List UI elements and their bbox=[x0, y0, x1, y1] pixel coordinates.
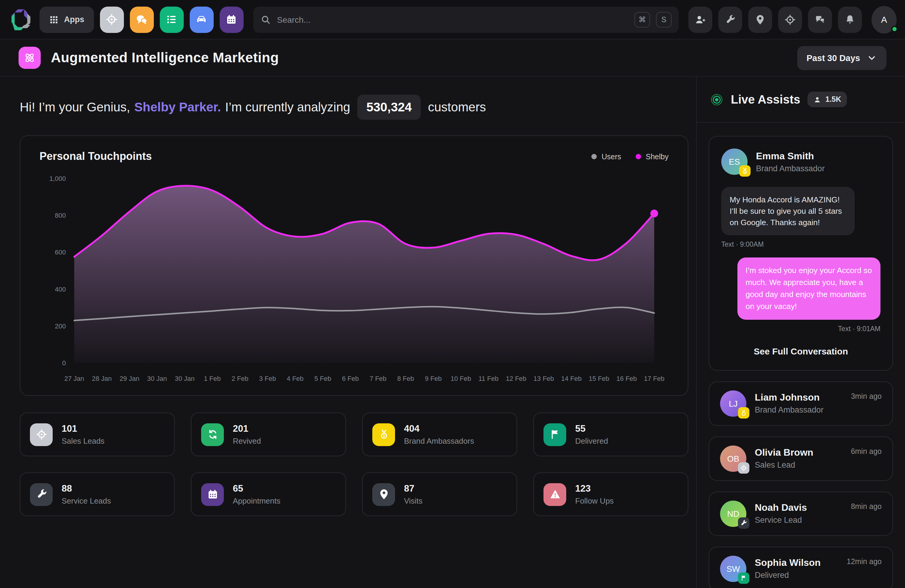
svg-text:29 Jan: 29 Jan bbox=[120, 375, 140, 382]
flag-icon bbox=[543, 423, 566, 446]
stat-label: Revived bbox=[233, 437, 261, 445]
svg-text:600: 600 bbox=[55, 248, 66, 256]
atom-icon bbox=[23, 51, 37, 65]
stat-card-follow-ups[interactable]: 123Follow Ups bbox=[533, 472, 688, 516]
avatar-initials: SW bbox=[726, 564, 740, 573]
svg-text:200: 200 bbox=[55, 323, 66, 330]
stat-label: Delivered bbox=[575, 437, 608, 445]
date-range-dropdown[interactable]: Past 30 Days bbox=[797, 46, 886, 70]
live-assists-title: Live Assists bbox=[731, 92, 800, 106]
chat-icon bbox=[814, 13, 826, 25]
chat-icon bbox=[136, 13, 148, 26]
svg-text:16 Feb: 16 Feb bbox=[616, 375, 637, 382]
conversation-person[interactable]: ES Emma Smith Brand Ambassador bbox=[721, 148, 880, 175]
locations-button[interactable] bbox=[748, 6, 772, 33]
nav-pill-vehicles[interactable] bbox=[190, 6, 214, 33]
svg-text:28 Jan: 28 Jan bbox=[92, 375, 112, 382]
contact-role: Brand Ambassador bbox=[755, 405, 824, 414]
incoming-message-meta: Text · 9:00AM bbox=[721, 241, 880, 248]
contact-role: Delivered bbox=[755, 571, 821, 580]
stat-label: Visits bbox=[404, 496, 422, 505]
target-icon bbox=[738, 462, 749, 474]
stat-value: 123 bbox=[575, 483, 614, 494]
list-icon bbox=[165, 13, 178, 26]
service-tools-button[interactable] bbox=[718, 6, 742, 33]
touchpoints-chart[interactable]: 02004006008001,00027 Jan28 Jan29 Jan30 J… bbox=[40, 165, 670, 388]
apps-button-label: Apps bbox=[64, 15, 84, 24]
chart-header: Personal Touchpoints Users Shelby bbox=[40, 150, 668, 163]
dashboard-root: Apps Search... ⌘ S bbox=[0, 0, 905, 588]
add-contact-button[interactable] bbox=[688, 6, 712, 33]
messages-button[interactable] bbox=[808, 6, 832, 33]
avatar-initials: OB bbox=[727, 454, 739, 463]
customer-count: 530,324 bbox=[357, 95, 421, 120]
outgoing-message-bubble: I’m stoked you enjoy your Accord so much… bbox=[737, 258, 880, 319]
stat-card-sales-leads[interactable]: 101Sales Leads bbox=[20, 413, 175, 456]
contact-card-sophia[interactable]: SW Sophia Wilson Delivered 12min ago bbox=[709, 547, 893, 588]
nav-pill-target[interactable] bbox=[100, 6, 124, 33]
live-indicator-icon bbox=[710, 92, 724, 106]
top-nav: Apps Search... ⌘ S bbox=[0, 0, 905, 40]
avatar: LJ bbox=[720, 390, 746, 416]
grid-icon bbox=[49, 15, 59, 24]
medal-icon bbox=[372, 423, 395, 446]
svg-text:400: 400 bbox=[55, 286, 66, 293]
search-input[interactable]: Search... ⌘ S bbox=[253, 6, 679, 33]
svg-text:9 Feb: 9 Feb bbox=[425, 375, 442, 382]
contact-card-olivia[interactable]: OB Olivia Brown Sales Lead 6min ago bbox=[709, 436, 893, 480]
stat-card-delivered[interactable]: 55Delivered bbox=[533, 413, 688, 456]
brand-logo[interactable] bbox=[8, 7, 33, 32]
contact-time: 8min ago bbox=[851, 500, 882, 510]
calendar-icon bbox=[225, 13, 238, 26]
assist-count-badge[interactable]: 1.5K bbox=[807, 92, 847, 107]
contact-name: Noah Davis bbox=[755, 502, 807, 513]
legend-dot-shelby bbox=[636, 154, 641, 159]
person-icon bbox=[813, 95, 821, 103]
contact-time: 6min ago bbox=[851, 445, 882, 455]
nav-pill-lists[interactable] bbox=[160, 6, 184, 33]
target-icon bbox=[784, 13, 796, 25]
location-pin-icon bbox=[372, 483, 395, 506]
incoming-message-bubble: My Honda Accord is AMAZING! I’ll be sure… bbox=[721, 187, 855, 236]
nav-pill-conversations[interactable] bbox=[130, 6, 154, 33]
location-pin-icon bbox=[754, 13, 766, 25]
chart-title: Personal Touchpoints bbox=[40, 150, 152, 163]
car-icon bbox=[195, 13, 208, 26]
apps-button[interactable]: Apps bbox=[40, 6, 94, 33]
stat-value: 201 bbox=[233, 423, 261, 434]
legend-label-shelby: Shelby bbox=[646, 153, 668, 161]
page-icon bbox=[19, 47, 41, 69]
stat-value: 404 bbox=[404, 423, 474, 434]
search-icon bbox=[260, 14, 271, 25]
legend-users[interactable]: Users bbox=[591, 153, 621, 161]
stat-card-visits[interactable]: 87Visits bbox=[362, 472, 517, 516]
live-assists-header: Live Assists 1.5K bbox=[697, 77, 905, 123]
stat-card-appointments[interactable]: 65Appointments bbox=[191, 472, 346, 516]
svg-text:10 Feb: 10 Feb bbox=[451, 375, 472, 382]
conversation-card: ES Emma Smith Brand Ambassador My Honda … bbox=[709, 136, 893, 370]
legend-shelby[interactable]: Shelby bbox=[636, 153, 668, 161]
stat-card-revived[interactable]: 201Revived bbox=[191, 413, 346, 456]
outgoing-message-meta: Text · 9:01AM bbox=[721, 325, 880, 332]
contact-role: Brand Ambassador bbox=[756, 164, 825, 173]
genius-name[interactable]: Shelby Parker. bbox=[134, 100, 221, 114]
avatar: SW bbox=[720, 555, 746, 582]
stat-card-service-leads[interactable]: 88Service Leads bbox=[20, 472, 175, 516]
nav-pill-calendar[interactable] bbox=[220, 6, 244, 33]
stat-value: 87 bbox=[404, 483, 422, 494]
avatar: OB bbox=[720, 445, 746, 472]
see-full-conversation-button[interactable]: See Full Conversation bbox=[750, 345, 851, 357]
stat-card-brand-ambassadors[interactable]: 404Brand Ambassadors bbox=[362, 413, 517, 456]
stat-label: Follow Ups bbox=[575, 496, 614, 505]
contact-card-liam[interactable]: LJ Liam Johnson Brand Ambassador 3min ag… bbox=[709, 381, 893, 426]
svg-text:0: 0 bbox=[62, 359, 66, 367]
content-column: Hi! I’m your Genius, Shelby Parker. I’m … bbox=[0, 77, 696, 588]
greeting-prefix: Hi! I’m your Genius, bbox=[20, 100, 130, 114]
stat-value: 88 bbox=[62, 483, 111, 494]
svg-text:12 Feb: 12 Feb bbox=[506, 375, 526, 382]
stat-label: Appointments bbox=[233, 496, 280, 505]
targets-button[interactable] bbox=[778, 6, 802, 33]
contact-card-noah[interactable]: ND Noah Davis Service Lead 8min ago bbox=[709, 491, 893, 536]
user-avatar[interactable]: A bbox=[872, 6, 897, 33]
notifications-button[interactable] bbox=[838, 6, 862, 33]
